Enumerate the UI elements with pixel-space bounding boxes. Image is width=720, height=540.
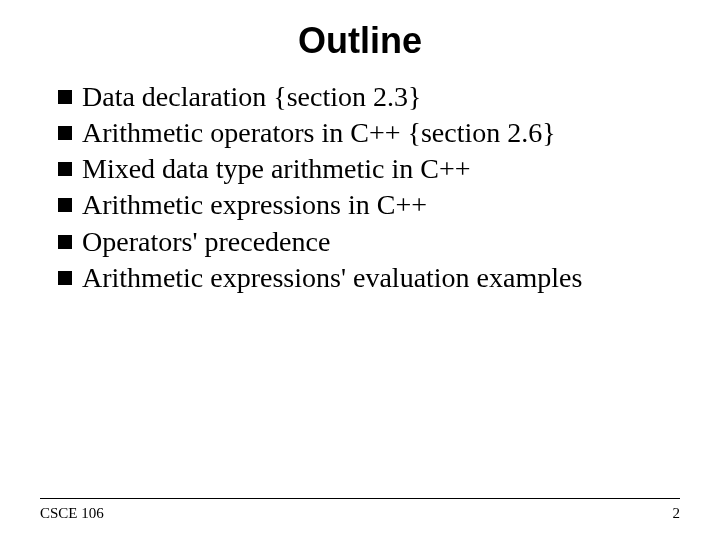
bullet-text: Operators' precedence: [82, 226, 330, 257]
bullet-item: Arithmetic operators in C++ {section 2.6…: [58, 116, 670, 150]
square-bullet-icon: [58, 271, 72, 285]
bullet-item: Data declaration {section 2.3}: [58, 80, 670, 114]
square-bullet-icon: [58, 162, 72, 176]
footer-course: CSCE 106: [40, 505, 104, 522]
bullet-text: Arithmetic expressions in C++: [82, 189, 427, 220]
square-bullet-icon: [58, 235, 72, 249]
slide-title: Outline: [40, 20, 680, 62]
slide: Outline Data declaration {section 2.3}Ar…: [0, 0, 720, 540]
slide-footer: CSCE 106 2: [40, 498, 680, 522]
bullet-item: Arithmetic expressions' evaluation examp…: [58, 261, 670, 295]
bullet-list: Data declaration {section 2.3}Arithmetic…: [40, 80, 680, 540]
bullet-text: Arithmetic operators in C++ {section 2.6…: [82, 117, 556, 148]
bullet-text: Arithmetic expressions' evaluation examp…: [82, 262, 582, 293]
bullet-text: Mixed data type arithmetic in C++: [82, 153, 471, 184]
square-bullet-icon: [58, 90, 72, 104]
square-bullet-icon: [58, 126, 72, 140]
bullet-item: Operators' precedence: [58, 225, 670, 259]
bullet-text: Data declaration {section 2.3}: [82, 81, 421, 112]
bullet-item: Arithmetic expressions in C++: [58, 188, 670, 222]
footer-page-number: 2: [673, 505, 681, 522]
square-bullet-icon: [58, 198, 72, 212]
bullet-item: Mixed data type arithmetic in C++: [58, 152, 670, 186]
